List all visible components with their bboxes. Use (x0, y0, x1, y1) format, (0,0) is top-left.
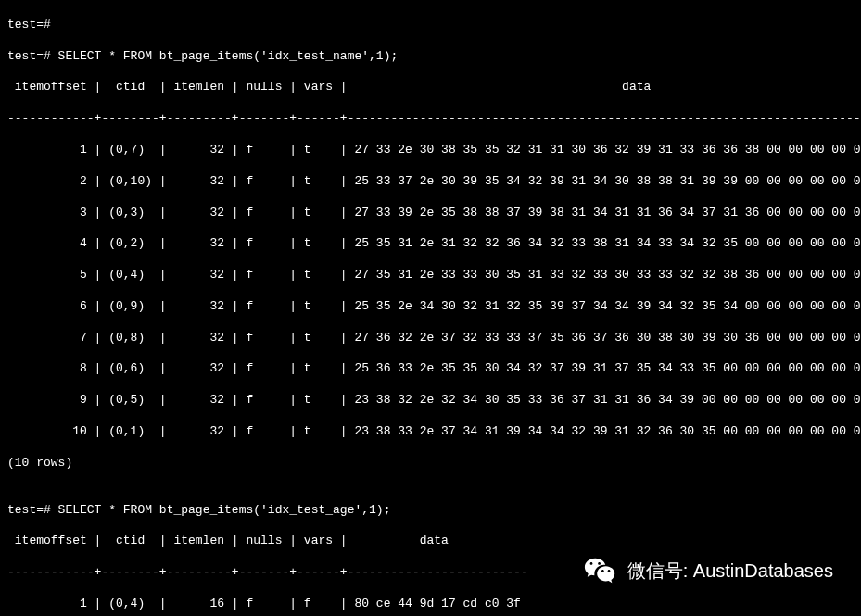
watermark-label: 微信号: AustinDatabases (627, 559, 833, 583)
prompt-line: test=# (7, 18, 854, 33)
sql-query-age: test=# SELECT * FROM bt_page_items('idx_… (7, 503, 854, 519)
table-row: 10 | (0,1) | 32 | f | t | 23 38 33 2e 37… (7, 424, 854, 440)
wechat-icon (583, 553, 618, 588)
terminal-output: test=# test=# SELECT * FROM bt_page_item… (7, 2, 854, 616)
table-row: 1 | (0,4) | 16 | f | f | 80 ce 44 9d 17 … (7, 597, 854, 612)
table-row: 5 | (0,4) | 32 | f | t | 27 35 31 2e 33 … (7, 268, 854, 283)
table-row: 9 | (0,5) | 32 | f | t | 23 38 32 2e 32 … (7, 393, 854, 409)
table-row: 4 | (0,2) | 32 | f | t | 25 35 31 2e 31 … (7, 236, 854, 252)
table-header: itemoffset | ctid | itemlen | nulls | va… (7, 534, 854, 549)
row-count: (10 rows) (7, 456, 854, 471)
table-row: 3 | (0,3) | 32 | f | t | 27 33 39 2e 35 … (7, 206, 854, 221)
sql-query-name: test=# SELECT * FROM bt_page_items('idx_… (7, 49, 854, 65)
table-row: 8 | (0,6) | 32 | f | t | 25 36 33 2e 35 … (7, 361, 854, 377)
table-row: 7 | (0,8) | 32 | f | t | 27 36 32 2e 37 … (7, 331, 854, 346)
table-header: itemoffset | ctid | itemlen | nulls | va… (7, 80, 854, 95)
table-row: 6 | (0,9) | 32 | f | t | 25 35 2e 34 30 … (7, 299, 854, 315)
table-separator: ------------+--------+---------+-------+… (7, 111, 854, 127)
watermark: 微信号: AustinDatabases (583, 553, 833, 588)
table-row: 2 | (0,10) | 32 | f | t | 25 33 37 2e 30… (7, 174, 854, 190)
table-row: 1 | (0,7) | 32 | f | t | 27 33 2e 30 38 … (7, 143, 854, 158)
